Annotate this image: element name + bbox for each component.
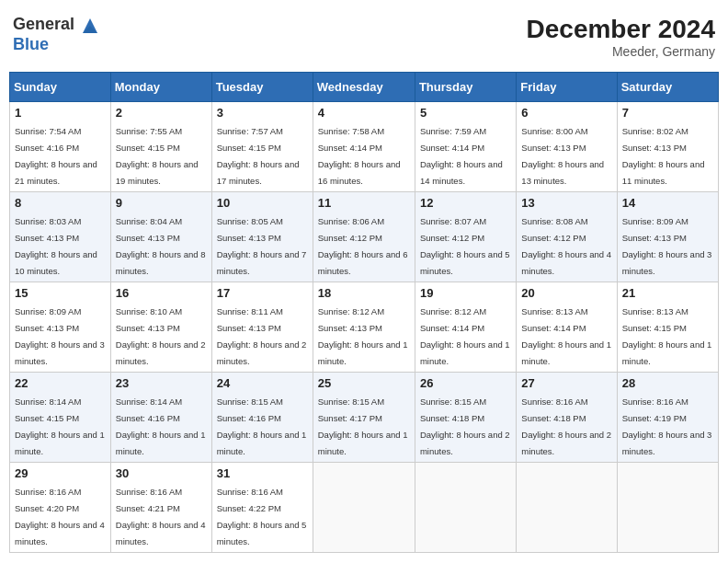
calendar-cell: 3 Sunrise: 7:57 AMSunset: 4:15 PMDayligh… — [211, 102, 313, 192]
day-info: Sunrise: 8:13 AMSunset: 4:15 PMDaylight:… — [622, 306, 712, 366]
day-number: 22 — [15, 376, 106, 390]
day-number: 8 — [15, 196, 106, 210]
calendar-cell: 22 Sunrise: 8:14 AMSunset: 4:15 PMDaylig… — [10, 373, 111, 463]
day-number: 27 — [521, 376, 611, 390]
weekday-header-sunday: Sunday — [10, 73, 111, 102]
day-number: 1 — [15, 106, 106, 120]
logo-icon — [81, 17, 99, 35]
day-info: Sunrise: 8:06 AMSunset: 4:12 PMDaylight:… — [318, 216, 408, 276]
day-info: Sunrise: 7:55 AMSunset: 4:15 PMDaylight:… — [116, 126, 199, 186]
day-info: Sunrise: 8:14 AMSunset: 4:16 PMDaylight:… — [116, 396, 206, 456]
day-number: 11 — [318, 196, 410, 210]
weekday-header-tuesday: Tuesday — [211, 73, 313, 102]
weekday-header-saturday: Saturday — [617, 73, 718, 102]
calendar-cell: 30 Sunrise: 8:16 AMSunset: 4:21 PMDaylig… — [110, 463, 211, 553]
calendar-cell: 20 Sunrise: 8:13 AMSunset: 4:14 PMDaylig… — [517, 282, 617, 373]
calendar-cell: 28 Sunrise: 8:16 AMSunset: 4:19 PMDaylig… — [617, 373, 718, 463]
day-number: 29 — [15, 466, 106, 480]
week-row-5: 29 Sunrise: 8:16 AMSunset: 4:20 PMDaylig… — [10, 463, 719, 553]
day-number: 24 — [217, 376, 308, 390]
calendar-cell: 13 Sunrise: 8:08 AMSunset: 4:12 PMDaylig… — [517, 192, 617, 282]
week-row-4: 22 Sunrise: 8:14 AMSunset: 4:15 PMDaylig… — [10, 373, 719, 463]
day-number: 21 — [622, 286, 713, 300]
day-number: 26 — [420, 376, 511, 390]
day-info: Sunrise: 7:57 AMSunset: 4:15 PMDaylight:… — [217, 126, 300, 186]
day-number: 25 — [318, 376, 410, 390]
logo: General Blue — [13, 15, 99, 54]
calendar-cell: 15 Sunrise: 8:09 AMSunset: 4:13 PMDaylig… — [10, 282, 111, 373]
calendar-cell: 1 Sunrise: 7:54 AMSunset: 4:16 PMDayligh… — [10, 102, 111, 192]
day-number: 7 — [622, 106, 713, 120]
day-info: Sunrise: 8:16 AMSunset: 4:19 PMDaylight:… — [622, 396, 712, 456]
calendar-cell: 19 Sunrise: 8:12 AMSunset: 4:14 PMDaylig… — [415, 282, 516, 373]
day-number: 10 — [217, 196, 308, 210]
calendar-cell: 4 Sunrise: 7:58 AMSunset: 4:14 PMDayligh… — [313, 102, 415, 192]
day-info: Sunrise: 8:03 AMSunset: 4:13 PMDaylight:… — [15, 216, 97, 276]
day-number: 6 — [521, 106, 611, 120]
calendar-cell — [415, 463, 516, 553]
day-info: Sunrise: 8:16 AMSunset: 4:20 PMDaylight:… — [15, 487, 105, 546]
day-number: 2 — [116, 106, 207, 120]
day-number: 13 — [521, 196, 611, 210]
day-info: Sunrise: 8:08 AMSunset: 4:12 PMDaylight:… — [521, 216, 611, 276]
day-number: 16 — [116, 286, 207, 300]
day-info: Sunrise: 8:15 AMSunset: 4:17 PMDaylight:… — [318, 396, 408, 456]
day-info: Sunrise: 8:05 AMSunset: 4:13 PMDaylight:… — [217, 216, 307, 276]
weekday-header-row: SundayMondayTuesdayWednesdayThursdayFrid… — [10, 73, 719, 102]
day-number: 28 — [622, 376, 713, 390]
day-number: 4 — [318, 106, 410, 120]
calendar-cell — [517, 463, 617, 553]
logo-text: General Blue — [13, 15, 99, 54]
day-number: 14 — [622, 196, 713, 210]
day-info: Sunrise: 8:11 AMSunset: 4:13 PMDaylight:… — [217, 306, 307, 366]
day-number: 23 — [116, 376, 207, 390]
day-info: Sunrise: 7:59 AMSunset: 4:14 PMDaylight:… — [420, 126, 503, 186]
calendar-cell: 11 Sunrise: 8:06 AMSunset: 4:12 PMDaylig… — [313, 192, 415, 282]
calendar-cell: 18 Sunrise: 8:12 AMSunset: 4:13 PMDaylig… — [313, 282, 415, 373]
day-info: Sunrise: 8:16 AMSunset: 4:18 PMDaylight:… — [521, 396, 611, 456]
location-label: Meeder, Germany — [527, 44, 715, 59]
day-info: Sunrise: 7:58 AMSunset: 4:14 PMDaylight:… — [318, 126, 401, 186]
day-number: 19 — [420, 286, 511, 300]
day-number: 5 — [420, 106, 511, 120]
day-info: Sunrise: 8:14 AMSunset: 4:15 PMDaylight:… — [15, 396, 105, 456]
calendar-cell: 26 Sunrise: 8:15 AMSunset: 4:18 PMDaylig… — [415, 373, 516, 463]
calendar-cell: 16 Sunrise: 8:10 AMSunset: 4:13 PMDaylig… — [110, 282, 211, 373]
calendar-cell: 24 Sunrise: 8:15 AMSunset: 4:16 PMDaylig… — [211, 373, 313, 463]
calendar-table: SundayMondayTuesdayWednesdayThursdayFrid… — [9, 72, 719, 553]
day-info: Sunrise: 8:09 AMSunset: 4:13 PMDaylight:… — [15, 306, 105, 366]
page-header: General Blue December 2024 Meeder, Germa… — [9, 9, 719, 64]
calendar-cell — [313, 463, 415, 553]
calendar-cell: 8 Sunrise: 8:03 AMSunset: 4:13 PMDayligh… — [10, 192, 111, 282]
logo-blue: Blue — [13, 35, 49, 53]
calendar-cell: 6 Sunrise: 8:00 AMSunset: 4:13 PMDayligh… — [517, 102, 617, 192]
calendar-cell: 23 Sunrise: 8:14 AMSunset: 4:16 PMDaylig… — [110, 373, 211, 463]
logo-general: General — [13, 15, 74, 33]
month-title: December 2024 — [527, 15, 715, 44]
calendar-cell: 7 Sunrise: 8:02 AMSunset: 4:13 PMDayligh… — [617, 102, 718, 192]
calendar-cell: 14 Sunrise: 8:09 AMSunset: 4:13 PMDaylig… — [617, 192, 718, 282]
calendar-cell: 10 Sunrise: 8:05 AMSunset: 4:13 PMDaylig… — [211, 192, 313, 282]
day-info: Sunrise: 8:10 AMSunset: 4:13 PMDaylight:… — [116, 306, 206, 366]
calendar-cell: 29 Sunrise: 8:16 AMSunset: 4:20 PMDaylig… — [10, 463, 111, 553]
day-info: Sunrise: 8:16 AMSunset: 4:22 PMDaylight:… — [217, 487, 307, 546]
day-number: 31 — [217, 466, 308, 480]
day-info: Sunrise: 8:04 AMSunset: 4:13 PMDaylight:… — [116, 216, 206, 276]
calendar-cell: 25 Sunrise: 8:15 AMSunset: 4:17 PMDaylig… — [313, 373, 415, 463]
weekday-header-friday: Friday — [517, 73, 617, 102]
day-number: 15 — [15, 286, 106, 300]
day-number: 17 — [217, 286, 308, 300]
day-info: Sunrise: 8:12 AMSunset: 4:13 PMDaylight:… — [318, 306, 408, 366]
title-section: December 2024 Meeder, Germany — [527, 15, 715, 59]
calendar-cell: 2 Sunrise: 7:55 AMSunset: 4:15 PMDayligh… — [110, 102, 211, 192]
calendar-cell: 27 Sunrise: 8:16 AMSunset: 4:18 PMDaylig… — [517, 373, 617, 463]
day-number: 12 — [420, 196, 511, 210]
calendar-cell: 31 Sunrise: 8:16 AMSunset: 4:22 PMDaylig… — [211, 463, 313, 553]
day-info: Sunrise: 7:54 AMSunset: 4:16 PMDaylight:… — [15, 126, 97, 186]
day-info: Sunrise: 8:15 AMSunset: 4:16 PMDaylight:… — [217, 396, 307, 456]
day-info: Sunrise: 8:15 AMSunset: 4:18 PMDaylight:… — [420, 396, 510, 456]
day-number: 30 — [116, 466, 207, 480]
day-info: Sunrise: 8:16 AMSunset: 4:21 PMDaylight:… — [116, 487, 206, 546]
week-row-1: 1 Sunrise: 7:54 AMSunset: 4:16 PMDayligh… — [10, 102, 719, 192]
day-info: Sunrise: 8:09 AMSunset: 4:13 PMDaylight:… — [622, 216, 712, 276]
